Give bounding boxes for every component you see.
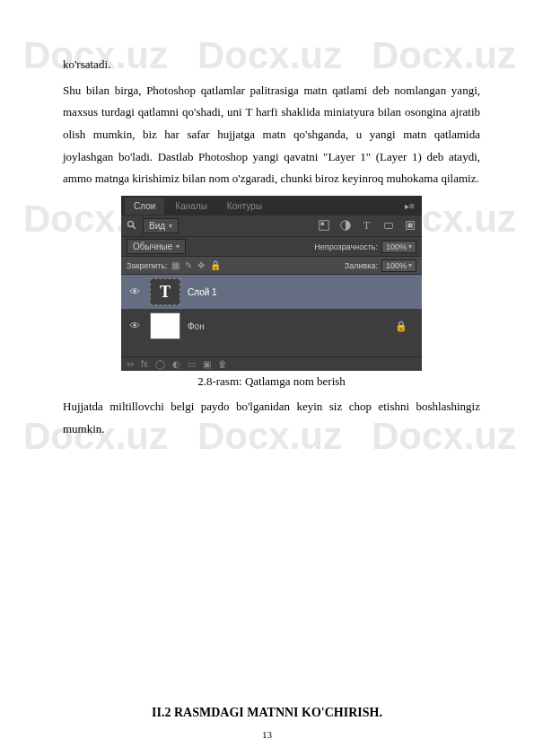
layer-thumbnail-bg (150, 312, 180, 339)
lock-icon[interactable]: 🔒 (395, 321, 407, 332)
new-layer-icon[interactable]: ▣ (203, 359, 211, 369)
panel-tab-bar: Слои Каналы Контуры ▸≡ (121, 196, 422, 215)
layers-list: T Слой 1 Фон 🔒 (121, 275, 422, 359)
search-icon[interactable] (127, 220, 137, 233)
chevron-down-icon: ▾ (408, 261, 412, 269)
tab-layers[interactable]: Слои (125, 198, 164, 215)
panel-footer-toolbar: ⇔ fx ◯ ◐ ▭ ▣ 🗑 (121, 356, 422, 371)
filter-type-icon[interactable]: T (361, 219, 373, 233)
svg-rect-6 (385, 223, 393, 228)
photoshop-layers-panel: Слои Каналы Контуры ▸≡ Вид ▾ T Обы (121, 196, 422, 371)
delete-icon[interactable]: 🗑 (218, 359, 227, 369)
panel-menu-icon[interactable]: ▸≡ (405, 201, 418, 211)
section-heading: II.2 RASMDAGI MATNNI KO'CHIRISH. (0, 706, 534, 720)
svg-point-9 (134, 289, 136, 292)
document-content: ko'rsatadi. Shu bilan birga, Photoshop q… (0, 0, 534, 462)
filter-shape-icon[interactable] (382, 219, 395, 233)
opacity-input[interactable]: 100% ▾ (381, 241, 416, 253)
blend-opacity-row: Обычные ▾ Непрозрачность: 100% ▾ (121, 237, 422, 257)
fx-icon[interactable]: fx (141, 359, 148, 369)
svg-rect-3 (321, 222, 325, 225)
layer-thumbnail-text: T (150, 278, 180, 305)
svg-point-10 (134, 323, 136, 326)
lock-label: Закрепить: (127, 261, 168, 270)
filter-type-dropdown[interactable]: Вид ▾ (143, 218, 179, 233)
blend-mode-dropdown[interactable]: Обычные ▾ (127, 239, 186, 254)
filter-pixel-icon[interactable] (318, 219, 330, 233)
chevron-down-icon: ▾ (408, 242, 412, 251)
figure-caption: 2.8-rasm: Qatlamga nom berish (63, 374, 480, 389)
layer-row-text[interactable]: T Слой 1 (121, 275, 422, 309)
chevron-down-icon: ▾ (169, 222, 172, 230)
visibility-toggle-icon[interactable] (127, 320, 143, 333)
blend-mode-label: Обычные (133, 242, 172, 251)
link-layers-icon[interactable]: ⇔ (127, 359, 134, 369)
opacity-label: Непрозрачность: (314, 242, 378, 251)
paragraph-main: Shu bilan birga, Photoshop qatlamlar pal… (63, 80, 480, 190)
tab-channels[interactable]: Каналы (166, 198, 216, 215)
filter-type-label: Вид (149, 221, 165, 231)
tab-paths[interactable]: Контуры (218, 198, 271, 215)
opacity-value: 100% (386, 242, 407, 251)
lock-position-icon[interactable]: ✥ (197, 260, 205, 270)
filter-adjust-icon[interactable] (339, 219, 352, 233)
layer-name-label[interactable]: Слой 1 (188, 287, 217, 297)
svg-rect-8 (407, 223, 412, 227)
chevron-down-icon: ▾ (176, 242, 179, 251)
mask-icon[interactable]: ◯ (155, 359, 165, 369)
svg-line-1 (133, 225, 136, 228)
paragraph-continuation: ko'rsatadi. (63, 54, 480, 76)
paragraph-after-figure: Hujjatda miltillovchi belgi paydo bo'lga… (63, 396, 480, 440)
fill-input[interactable]: 100% ▾ (381, 259, 416, 272)
lock-all-icon[interactable]: 🔒 (210, 260, 221, 270)
fill-label: Заливка: (345, 261, 378, 270)
group-icon[interactable]: ▭ (188, 359, 196, 369)
filter-smart-icon[interactable] (404, 219, 416, 233)
panel-filter-toolbar: Вид ▾ T (121, 215, 422, 237)
lock-transparent-icon[interactable]: ▦ (171, 260, 179, 270)
fill-value: 100% (386, 261, 407, 270)
lock-pixels-icon[interactable]: ✎ (185, 260, 192, 270)
svg-text:T: T (363, 219, 371, 232)
layer-row-background[interactable]: Фон 🔒 (121, 309, 422, 343)
lock-fill-row: Закрепить: ▦ ✎ ✥ 🔒 Заливка: 100% ▾ (121, 257, 422, 275)
visibility-toggle-icon[interactable] (127, 286, 143, 299)
layer-name-label[interactable]: Фон (188, 321, 205, 331)
lock-icons-group: ▦ ✎ ✥ 🔒 (171, 260, 221, 270)
adjustment-icon[interactable]: ◐ (172, 359, 180, 369)
filter-icons-group: T (318, 219, 416, 233)
page-number: 13 (0, 729, 534, 740)
svg-point-0 (128, 221, 134, 226)
